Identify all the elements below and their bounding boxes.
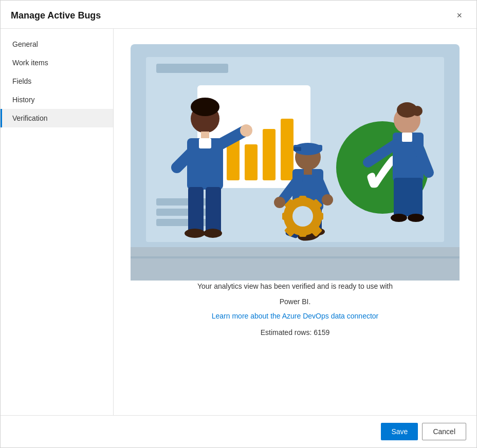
svg-point-26 — [204, 229, 222, 238]
svg-point-36 — [391, 214, 407, 222]
dialog-title: Manage Active Bugs — [11, 10, 101, 21]
svg-rect-24 — [206, 187, 221, 233]
sidebar-item-general[interactable]: General — [1, 35, 113, 53]
dialog-body: General Work items Fields History Verifi… — [1, 29, 476, 415]
dialog-footer: Save Cancel — [1, 415, 476, 447]
sidebar-item-fields[interactable]: Fields — [1, 72, 113, 90]
svg-point-22 — [240, 124, 252, 137]
verification-message-line1: Your analytics view has been verified an… — [197, 281, 393, 292]
cancel-button[interactable]: Cancel — [422, 423, 466, 440]
svg-rect-27 — [199, 138, 211, 148]
sidebar: General Work items Fields History Verifi… — [1, 29, 114, 415]
svg-rect-2 — [156, 64, 228, 73]
sidebar-item-history[interactable]: History — [1, 90, 113, 109]
svg-rect-13 — [131, 257, 460, 281]
svg-point-28 — [191, 98, 219, 116]
svg-point-37 — [408, 214, 424, 222]
main-content: ✓ — [114, 29, 476, 415]
svg-rect-11 — [156, 219, 213, 226]
svg-rect-14 — [131, 256, 460, 258]
svg-rect-8 — [281, 119, 293, 180]
save-button[interactable]: Save — [381, 423, 418, 440]
svg-rect-23 — [188, 187, 204, 233]
svg-rect-58 — [299, 228, 306, 237]
estimated-rows: Estimated rows: 6159 — [261, 328, 330, 337]
svg-point-31 — [412, 106, 423, 116]
dialog: Manage Active Bugs × General Work items … — [0, 0, 477, 448]
sidebar-item-work-items[interactable]: Work items — [1, 53, 113, 72]
svg-rect-43 — [293, 147, 301, 151]
svg-rect-59 — [282, 213, 291, 220]
svg-rect-33 — [394, 178, 423, 216]
svg-rect-49 — [304, 169, 312, 175]
svg-point-53 — [322, 194, 333, 206]
close-button[interactable]: × — [452, 9, 466, 22]
verification-illustration: ✓ — [131, 44, 460, 281]
svg-point-25 — [185, 229, 205, 238]
svg-rect-57 — [299, 196, 306, 205]
svg-rect-60 — [314, 213, 323, 220]
svg-rect-7 — [263, 129, 276, 180]
svg-rect-39 — [402, 133, 412, 142]
dialog-header: Manage Active Bugs × — [1, 1, 476, 29]
verification-message-line2: Power BI. — [280, 296, 311, 307]
learn-more-link[interactable]: Learn more about the Azure DevOps data c… — [212, 312, 379, 320]
svg-rect-6 — [245, 144, 258, 180]
svg-point-65 — [296, 209, 310, 223]
sidebar-item-verification[interactable]: Verification — [1, 109, 113, 127]
svg-rect-18 — [201, 132, 209, 139]
svg-point-52 — [274, 197, 285, 208]
